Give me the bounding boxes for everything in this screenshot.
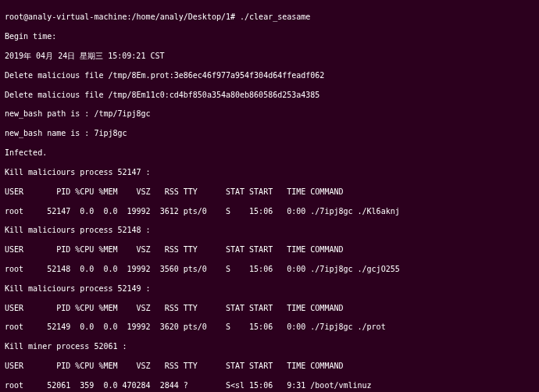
ps-row: root 52061 359 0.0 470284 2844 ? S<sl 15…	[5, 381, 534, 390]
output-line: Delete malicious file /tmp/8Em11c0:cd4bf…	[5, 91, 534, 100]
output-line: new_bash name is : 7ipj8gc	[5, 129, 534, 138]
ps-row: root 52148 0.0 0.0 19992 3560 pts/0 S 15…	[5, 265, 534, 274]
output-line: 2019年 04月 24日 星期三 15:09:21 CST	[5, 52, 534, 61]
output-line: new_bash path is : /tmp/7ipj8gc	[5, 109, 534, 119]
output-line: Begin time:	[5, 32, 534, 41]
output-line: Delete malicious file /tmp/8Em.prot:3e86…	[5, 71, 534, 80]
output-line: Kill miner process 52061 :	[5, 342, 534, 351]
ps-header: USER PID %CPU %MEM VSZ RSS TTY STAT STAR…	[5, 304, 534, 313]
output-line: Kill maliciours process 52148 :	[5, 226, 534, 235]
output-line: Infected.	[5, 148, 534, 158]
ps-header: USER PID %CPU %MEM VSZ RSS TTY STAT STAR…	[5, 187, 534, 197]
output-line: Kill maliciours process 52149 :	[5, 284, 534, 294]
ps-header: USER PID %CPU %MEM VSZ RSS TTY STAT STAR…	[5, 245, 534, 255]
ps-header: USER PID %CPU %MEM VSZ RSS TTY STAT STAR…	[5, 362, 534, 371]
terminal-output[interactable]: root@analy-virtual-machine:/home/analy/D…	[0, 0, 539, 392]
shell-prompt: root@analy-virtual-machine:/home/analy/D…	[5, 12, 534, 22]
output-line: Kill maliciours process 52147 :	[5, 168, 534, 177]
ps-row: root 52147 0.0 0.0 19992 3612 pts/0 S 15…	[5, 207, 534, 216]
ps-row: root 52149 0.0 0.0 19992 3620 pts/0 S 15…	[5, 323, 534, 332]
